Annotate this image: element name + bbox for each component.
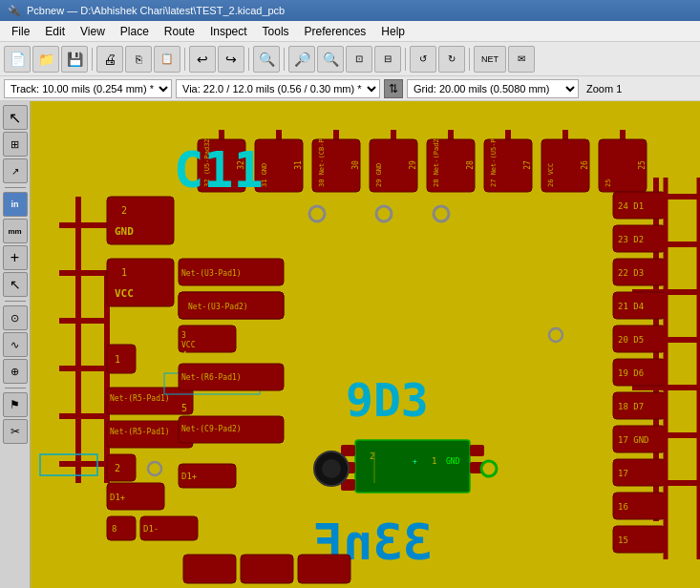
svg-text:C11: C11 — [174, 141, 264, 199]
svg-text:17: 17 — [618, 469, 628, 478]
svg-text:2: 2 — [115, 463, 120, 473]
svg-text:+: + — [413, 457, 417, 466]
svg-text:26: 26 — [581, 160, 589, 170]
pcb-canvas[interactable]: 2 GND 1 VCC Net-(U3-Pad1) 2 Net-(U3-Pad2… — [31, 101, 700, 588]
svg-text:27: 27 — [523, 160, 532, 170]
magnify-tool-button[interactable]: ⊕ — [3, 359, 28, 384]
grid-select[interactable]: Grid: 20.00 mils (0.5080 mm) — [407, 79, 579, 98]
toolbar-sep-3 — [248, 48, 249, 71]
svg-text:15: 15 — [618, 536, 628, 545]
svg-text:D1+: D1+ — [110, 493, 126, 502]
paste-button[interactable]: 📋 — [154, 46, 180, 73]
svg-text:2: 2 — [370, 452, 374, 461]
svg-text:28: 28 — [466, 160, 475, 170]
svg-text:2: 2 — [121, 205, 127, 216]
menu-route[interactable]: Route — [157, 21, 202, 41]
zoom-in-button[interactable]: 🔎 — [288, 46, 315, 73]
inch-tool-button[interactable]: in — [3, 192, 28, 217]
svg-point-120 — [148, 462, 161, 475]
drc-icon[interactable]: ⇅ — [384, 79, 403, 98]
svg-text:18 D7: 18 D7 — [618, 402, 644, 411]
3d-button[interactable]: NET — [474, 46, 506, 73]
svg-text:1: 1 — [432, 456, 436, 466]
new-button[interactable]: 📄 — [4, 46, 31, 73]
cursor-tool-button[interactable]: ↖ — [3, 272, 28, 297]
mm-tool-button[interactable]: mm — [3, 219, 28, 243]
svg-text:24 D1: 24 D1 — [618, 201, 644, 211]
svg-rect-40 — [107, 345, 136, 373]
print-button[interactable]: 🖨 — [96, 46, 123, 73]
svg-point-119 — [481, 461, 497, 476]
svg-text:7: 7 — [181, 451, 187, 461]
svg-point-80 — [434, 206, 449, 221]
open-button[interactable]: 📁 — [32, 46, 59, 73]
svg-text:9D3: 9D3 — [346, 373, 429, 427]
svg-text:27 Net-(U5-Pad27): 27 Net-(U5-Pad27) — [490, 118, 498, 187]
track-select[interactable]: Track: 10.00 mils (0.254 mm) * — [4, 79, 172, 98]
menu-file[interactable]: File — [4, 21, 37, 41]
menu-help[interactable]: Help — [373, 21, 413, 41]
svg-rect-136 — [241, 555, 293, 583]
dot-tool-button[interactable]: ⊙ — [3, 305, 28, 330]
via-status: Via: 22.0 / 12.0 mils (0.56 / 0.30 mm) * — [176, 79, 380, 98]
menu-tools[interactable]: Tools — [255, 21, 297, 41]
svg-rect-137 — [298, 555, 350, 583]
menubar: File Edit View Place Route Inspect Tools… — [0, 21, 700, 42]
svg-text:VCC: VCC — [181, 341, 196, 349]
svg-text:Net-(R6-Pad1): Net-(R6-Pad1) — [181, 373, 242, 382]
toolbar-sep-5 — [405, 48, 406, 71]
lt-sep-3 — [5, 388, 26, 388]
toolbar-sep-1 — [92, 48, 93, 71]
svg-text:26 VCC: 26 VCC — [547, 163, 555, 187]
refresh-button[interactable]: ↺ — [410, 46, 436, 73]
svg-rect-106 — [355, 440, 470, 493]
gerber-button[interactable]: ✉ — [508, 46, 535, 73]
redo-button[interactable]: ↪ — [218, 46, 244, 73]
menu-preferences[interactable]: Preferences — [297, 21, 374, 41]
save-button[interactable]: 💾 — [61, 46, 88, 73]
undo-button[interactable]: ↩ — [189, 46, 216, 73]
svg-text:D1+: D1+ — [181, 472, 198, 481]
plus-tool-button[interactable]: + — [3, 245, 28, 270]
menu-inspect[interactable]: Inspect — [202, 21, 255, 41]
svg-text:Net-(R5-Pad1): Net-(R5-Pad1) — [110, 394, 170, 403]
search-button[interactable]: 🔍 — [253, 46, 280, 73]
highlight-tool-button[interactable]: ↗ — [3, 158, 28, 183]
svg-text:D1-: D1- — [143, 524, 159, 534]
lt-sep-2 — [5, 301, 26, 302]
zoom-fit-button[interactable]: ⊡ — [346, 46, 372, 73]
svg-point-78 — [309, 206, 325, 221]
svg-text:GND: GND — [115, 225, 134, 238]
zoom-area-button[interactable]: ⊟ — [374, 46, 401, 73]
svg-text:Net-(R5-Pad1): Net-(R5-Pad1) — [110, 428, 170, 436]
svg-text:25: 25 — [605, 179, 612, 187]
refresh2-button[interactable]: ↻ — [438, 46, 465, 73]
cut-tool-button[interactable]: ✂ — [3, 419, 28, 444]
title-text: Pcbnew — D:\Abhishek Chari\latest\TEST_2… — [27, 5, 285, 16]
svg-rect-107 — [341, 445, 355, 456]
zoom-label: Zoom 1 — [586, 83, 622, 94]
svg-point-118 — [322, 459, 341, 478]
toolbar-sep-2 — [184, 48, 185, 71]
menu-place[interactable]: Place — [113, 21, 157, 41]
svg-text:22 D3: 22 D3 — [618, 268, 644, 278]
grid-status: Grid: 20.00 mils (0.5080 mm) — [407, 79, 579, 98]
copy-button[interactable]: ⎘ — [125, 46, 152, 73]
menu-view[interactable]: View — [73, 21, 113, 41]
svg-rect-46 — [107, 454, 136, 481]
svg-text:28 Net-(Pad20): 28 Net-(Pad20) — [433, 131, 440, 187]
menu-edit[interactable]: Edit — [37, 21, 73, 41]
drc-tool-button[interactable]: ⚑ — [3, 392, 28, 417]
arrow-tool-button[interactable]: ↖ — [3, 105, 28, 130]
netinspect-tool-button[interactable]: ∿ — [3, 332, 28, 357]
svg-text:21 D4: 21 D4 — [618, 302, 644, 311]
grid-tool-button[interactable]: ⊞ — [3, 132, 28, 157]
svg-text:8: 8 — [112, 524, 117, 534]
zoom-out-button[interactable]: 🔍 — [317, 46, 344, 73]
svg-text:1: 1 — [115, 354, 120, 365]
left-toolbar: ↖ ⊞ ↗ in mm + ↖ ⊙ ∿ ⊕ ⚑ ✂ — [0, 101, 31, 588]
svg-text:GND: GND — [446, 457, 460, 466]
via-select[interactable]: Via: 22.0 / 12.0 mils (0.56 / 0.30 mm) * — [176, 79, 380, 98]
svg-text:20 D5: 20 D5 — [618, 335, 644, 345]
svg-text:25: 25 — [638, 160, 647, 170]
